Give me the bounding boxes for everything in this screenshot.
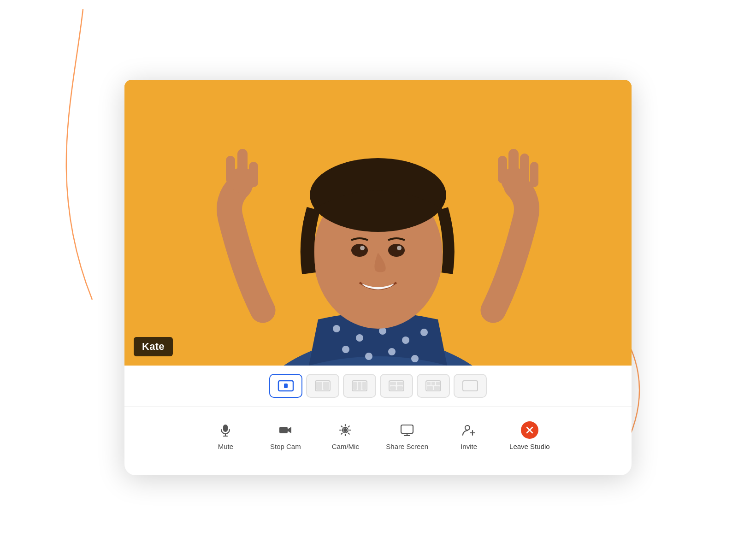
layout-btn-single[interactable] bbox=[269, 374, 302, 398]
svg-rect-21 bbox=[249, 162, 258, 187]
svg-rect-38 bbox=[397, 382, 403, 385]
svg-rect-25 bbox=[498, 156, 507, 183]
layout-btn-grid4[interactable] bbox=[380, 374, 413, 398]
svg-rect-19 bbox=[237, 149, 248, 183]
cam-mic-label: Cam/Mic bbox=[332, 443, 359, 450]
svg-rect-46 bbox=[434, 386, 440, 390]
svg-rect-37 bbox=[390, 382, 396, 385]
layout-btn-grid5[interactable] bbox=[417, 374, 450, 398]
svg-point-16 bbox=[360, 246, 365, 250]
leave-studio-label: Leave Studio bbox=[509, 443, 550, 450]
svg-rect-33 bbox=[353, 382, 357, 390]
svg-rect-30 bbox=[316, 382, 322, 390]
layout-selector bbox=[124, 366, 632, 402]
monitor-icon bbox=[398, 421, 416, 439]
controls-bar: Mute Stop Cam Cam/Mic bbox=[124, 406, 632, 461]
share-screen-button[interactable]: Share Screen bbox=[378, 415, 437, 457]
svg-point-10 bbox=[411, 355, 419, 362]
svg-rect-54 bbox=[401, 425, 413, 433]
stop-cam-button[interactable]: Stop Cam bbox=[258, 415, 313, 457]
studio-container: Kate bbox=[124, 80, 632, 475]
svg-point-52 bbox=[343, 428, 347, 432]
video-area: Kate bbox=[124, 80, 632, 366]
svg-rect-40 bbox=[397, 386, 403, 390]
layout-btn-grid2[interactable] bbox=[306, 374, 339, 398]
svg-point-9 bbox=[388, 348, 396, 355]
camera-icon bbox=[277, 421, 294, 439]
layout-btn-blank[interactable] bbox=[454, 374, 487, 398]
svg-rect-34 bbox=[358, 382, 361, 390]
settings-icon bbox=[337, 421, 354, 439]
cam-mic-button[interactable]: Cam/Mic bbox=[318, 415, 373, 457]
svg-point-6 bbox=[420, 329, 428, 336]
mic-icon bbox=[217, 421, 234, 439]
share-screen-label: Share Screen bbox=[386, 443, 428, 450]
svg-point-2 bbox=[333, 325, 340, 332]
svg-rect-23 bbox=[508, 149, 519, 183]
svg-point-7 bbox=[342, 346, 349, 353]
leave-studio-button[interactable]: Leave Studio bbox=[501, 415, 558, 457]
mute-button[interactable]: Mute bbox=[198, 415, 253, 457]
svg-rect-44 bbox=[436, 382, 440, 385]
svg-rect-48 bbox=[223, 425, 228, 432]
svg-rect-24 bbox=[520, 154, 529, 183]
svg-rect-42 bbox=[427, 382, 431, 385]
svg-rect-43 bbox=[431, 382, 435, 385]
svg-rect-20 bbox=[226, 156, 235, 183]
invite-label: Invite bbox=[461, 443, 477, 450]
svg-point-14 bbox=[351, 244, 368, 257]
svg-rect-51 bbox=[279, 427, 288, 433]
mute-label: Mute bbox=[218, 443, 233, 450]
svg-rect-35 bbox=[362, 382, 366, 390]
stop-cam-label: Stop Cam bbox=[270, 443, 301, 450]
person-add-icon bbox=[460, 421, 478, 439]
svg-rect-31 bbox=[323, 382, 329, 390]
layout-btn-grid3[interactable] bbox=[343, 374, 376, 398]
svg-point-17 bbox=[397, 246, 402, 250]
svg-rect-39 bbox=[390, 386, 396, 390]
leave-icon bbox=[521, 421, 538, 439]
svg-point-57 bbox=[465, 425, 470, 430]
svg-rect-45 bbox=[427, 386, 433, 390]
video-placeholder bbox=[124, 80, 632, 366]
svg-point-3 bbox=[356, 334, 363, 342]
svg-point-8 bbox=[365, 353, 372, 360]
svg-rect-26 bbox=[530, 162, 538, 187]
svg-point-5 bbox=[402, 337, 409, 344]
participant-name-badge: Kate bbox=[134, 337, 173, 356]
invite-button[interactable]: Invite bbox=[441, 415, 496, 457]
svg-rect-47 bbox=[463, 381, 478, 391]
svg-rect-28 bbox=[284, 384, 288, 388]
svg-point-15 bbox=[388, 244, 405, 257]
